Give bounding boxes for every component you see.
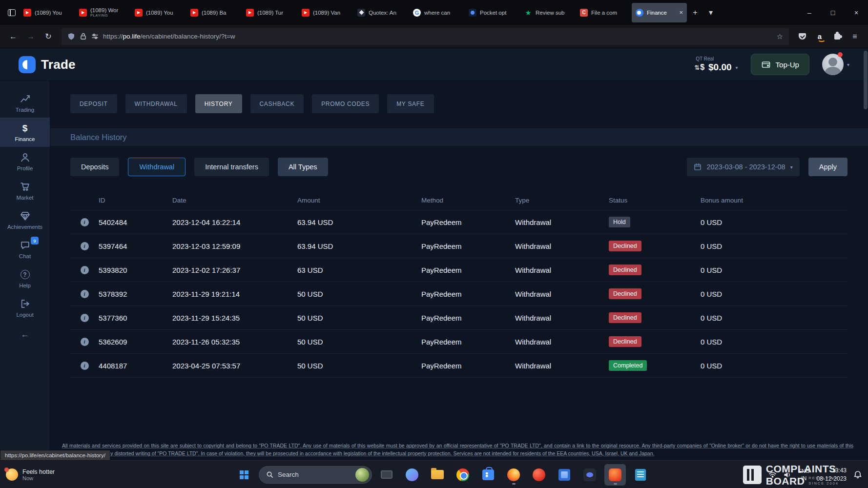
sidebar-item-profile[interactable]: Profile [0, 147, 50, 176]
cell-date: 2023-12-03 12:59:09 [172, 242, 297, 250]
date-range-picker[interactable]: 2023-03-08 - 2023-12-08 ▾ [687, 158, 799, 176]
balance-chevron-icon[interactable]: ▾ [736, 65, 738, 70]
url-text: https://po.life/en/cabinet/balance-histo… [103, 33, 235, 40]
firefox-view-icon[interactable] [4, 5, 20, 20]
sidebar-label: Profile [17, 165, 33, 171]
minimize-button[interactable]: – [798, 0, 821, 25]
sidebar-item-trading[interactable]: Trading [0, 88, 50, 118]
sidebar-item-market[interactable]: Market [0, 176, 50, 205]
sidebar-label: Help [19, 283, 31, 288]
bookmark-star-icon[interactable]: ☆ [777, 32, 783, 41]
taskbar-app-store[interactable] [477, 464, 499, 486]
filter-deposits[interactable]: Deposits [70, 158, 119, 176]
start-button[interactable] [233, 464, 255, 486]
browser-tab-4[interactable]: ▶(1089) Ba [186, 3, 242, 22]
taskbar-search[interactable]: Search [259, 466, 372, 484]
browser-tab-2[interactable]: ▶(1089) WorPLAYING [75, 3, 130, 22]
tab-strip: ▶(1089) You ▶(1089) WorPLAYING ▶(1089) Y… [20, 0, 687, 25]
profile-chevron-icon[interactable]: ▾ [847, 62, 849, 67]
lock-icon[interactable] [80, 33, 87, 40]
tab-my-safe[interactable]: MY SAFE [387, 94, 434, 113]
sidebar-item-help[interactable]: ? Help [0, 264, 50, 293]
browser-tab-11[interactable]: CFile a com [576, 3, 631, 22]
taskbar-app-monitor[interactable] [376, 464, 397, 486]
extensions-puzzle-icon[interactable] [829, 28, 846, 45]
taskbar-app-chrome[interactable] [452, 464, 474, 486]
cell-bonus: 0 USD [701, 290, 847, 298]
cell-type: Withdrawal [515, 242, 609, 250]
cell-amount: 63 USD [297, 266, 421, 274]
forward-button[interactable]: → [22, 28, 39, 45]
tab-history[interactable]: HISTORY [195, 94, 242, 113]
browser-tab-8[interactable]: Gwhere can [409, 3, 464, 22]
info-icon[interactable]: i [81, 266, 89, 274]
taskbar-app-file-explorer[interactable] [427, 464, 448, 486]
currency-exchange-icon: ⇅$ [694, 63, 704, 72]
tab-cashback[interactable]: CASHBACK [250, 94, 304, 113]
save-to-pocket-icon[interactable] [794, 28, 810, 45]
filter-withdrawal[interactable]: Withdrawal [128, 158, 186, 176]
sidebar-item-logout[interactable]: Logout [0, 293, 50, 323]
back-button[interactable]: ← [5, 28, 21, 45]
weather-widget[interactable]: Feels hotter Now [6, 461, 55, 488]
info-icon[interactable]: i [81, 338, 89, 346]
taskbar-app-active-window[interactable] [604, 464, 626, 486]
browser-tab-finance-active[interactable]: Finance× [632, 3, 687, 22]
brand-logo-icon[interactable] [19, 56, 36, 73]
info-icon[interactable]: i [81, 362, 89, 370]
browser-tab-10[interactable]: ★Review sub [520, 3, 576, 22]
new-tab-button[interactable]: + [687, 5, 703, 20]
tab-promo-codes[interactable]: PROMO CODES [312, 94, 379, 113]
col-amount: Amount [297, 197, 421, 204]
browser-tab-6[interactable]: ▶(1089) Van [298, 3, 353, 22]
tracking-protection-shield-icon[interactable] [67, 33, 75, 41]
brand-name: Trade [41, 57, 76, 72]
tab-deposit[interactable]: DEPOSIT [70, 94, 117, 113]
info-icon[interactable]: i [81, 290, 89, 298]
taskbar-app-office[interactable] [554, 464, 575, 486]
info-icon[interactable]: i [81, 242, 89, 250]
filter-internal-transfers[interactable]: Internal transfers [194, 158, 269, 176]
browser-tab-1[interactable]: ▶(1089) You [20, 3, 75, 22]
window-close-button[interactable]: × [845, 0, 868, 25]
reload-button[interactable]: ↻ [40, 28, 57, 45]
tab-withdrawal[interactable]: WITHDRAWAL [125, 94, 187, 113]
cell-id: 5397464 [99, 242, 172, 250]
url-bar[interactable]: https://po.life/en/cabinet/balance-histo… [62, 28, 789, 45]
tab-list-chevron-icon[interactable]: ▾ [703, 5, 719, 20]
browser-tab-3[interactable]: ▶(1089) You [131, 3, 186, 22]
sidebar-item-chat[interactable]: 9 Chat [0, 235, 50, 264]
help-icon: ? [21, 269, 30, 280]
sidebar-item-achievements[interactable]: Achievements [0, 205, 50, 235]
browser-tab-7[interactable]: Quotex: An [353, 3, 409, 22]
filter-all-types[interactable]: All Types [278, 158, 328, 176]
sidebar-item-finance[interactable]: $ Finance [0, 118, 50, 147]
amazon-extension-icon[interactable]: a [811, 28, 828, 45]
maximize-button[interactable]: □ [821, 0, 845, 25]
taskbar-app-copilot[interactable] [401, 464, 423, 486]
cell-amount: 50 USD [297, 314, 421, 322]
balance-block[interactable]: QT Real ⇅$ $0.00 ▾ [694, 56, 738, 73]
browser-tab-9[interactable]: Pocket opt [465, 3, 520, 22]
top-up-button[interactable]: Top-Up [751, 54, 809, 75]
page-scrollbar[interactable] [864, 49, 868, 460]
menu-hamburger-icon[interactable]: ≡ [847, 28, 863, 45]
col-id: ID [99, 197, 172, 204]
browser-tab-5[interactable]: ▶(1089) Tur [242, 3, 297, 22]
permissions-icon[interactable] [91, 33, 99, 40]
apply-button[interactable]: Apply [808, 158, 847, 176]
close-tab-icon[interactable]: × [679, 9, 683, 16]
filter-row: Deposits Withdrawal Internal transfers A… [70, 158, 847, 176]
profile-menu[interactable]: ▾ [822, 54, 849, 75]
taskbar-app-firefox[interactable] [503, 464, 524, 486]
taskbar-app-opera[interactable] [528, 464, 550, 486]
sidebar-collapse-arrow-icon[interactable]: ← [0, 329, 50, 340]
date-range-value: 2023-03-08 - 2023-12-08 [706, 163, 785, 171]
scrollbar-thumb[interactable] [864, 51, 868, 109]
info-icon[interactable]: i [81, 314, 89, 322]
info-icon[interactable]: i [81, 218, 89, 226]
notification-bell-icon[interactable] [853, 470, 862, 479]
taskbar-app-notes[interactable] [630, 464, 651, 486]
taskbar-app-discord[interactable] [579, 464, 600, 486]
youtube-favicon: ▶ [135, 9, 143, 17]
